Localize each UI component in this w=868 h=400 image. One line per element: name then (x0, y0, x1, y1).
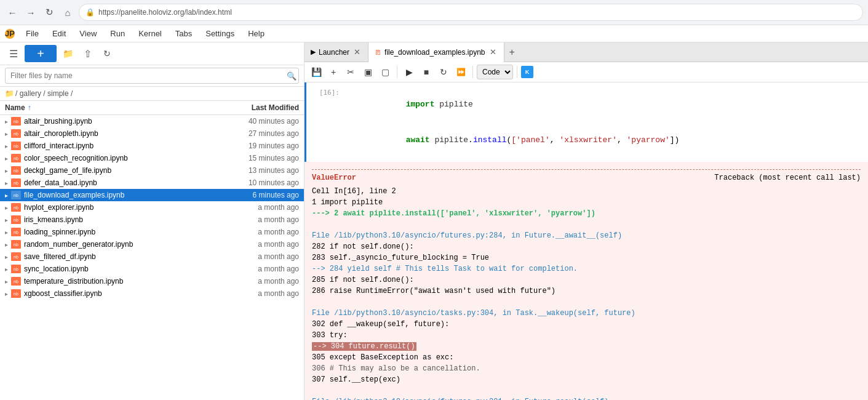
list-item[interactable]: ▸ nb hvplot_explorer.ipynb a month ago (0, 201, 304, 214)
home-button[interactable]: ⌂ (60, 5, 75, 20)
list-item[interactable]: ▸ nb save_filtered_df.ipynb a month ago (0, 250, 304, 263)
list-item[interactable]: ▸ nb defer_data_load.ipynb 10 minutes ag… (0, 177, 304, 189)
notebook-icon: nb (11, 277, 21, 286)
list-item[interactable]: ▸ nb color_speech_recognition.ipynb 15 m… (0, 152, 304, 164)
code-line-1: import piplite (348, 86, 863, 122)
notebook-icon: nb (11, 240, 21, 249)
menu-help[interactable]: Help (245, 28, 267, 39)
upload-button[interactable]: ⇧ (79, 45, 96, 62)
cut-button[interactable]: ✂ (343, 64, 359, 80)
menu-edit[interactable]: Edit (50, 28, 68, 39)
f1-286: 286 raise RuntimeError("await wasn't use… (312, 286, 861, 297)
search-icon[interactable]: 🔍 (287, 71, 297, 81)
sidebar-panel-toggle[interactable]: ☰ (5, 45, 22, 62)
name-column-header[interactable]: Name ↑ (5, 103, 219, 112)
list-item[interactable]: ▸ nb altair_brushing.ipynb 40 minutes ag… (0, 115, 304, 127)
notebook-tab-icon: 🖹 (375, 49, 381, 56)
expand-arrow-icon: ▸ (5, 118, 11, 125)
list-item-selected[interactable]: ▸ nb file_download_examples.ipynb 6 minu… (0, 189, 304, 201)
cell-execution-count: [16]: (306, 82, 343, 162)
expand-arrow-icon: ▸ (5, 204, 11, 211)
list-item[interactable]: ▸ nb iris_kmeans.ipynb a month ago (0, 214, 304, 226)
cell-code-area[interactable]: import piplite await piplite.install(['p… (343, 82, 868, 162)
add-tab-button[interactable]: + (504, 47, 520, 58)
error-type: ValueError (312, 172, 356, 183)
stop-button[interactable]: ■ (418, 64, 434, 80)
expand-arrow-icon: ▸ (5, 167, 11, 174)
menu-tabs[interactable]: Tabs (173, 28, 194, 39)
add-cell-button[interactable]: + (325, 64, 341, 80)
f1-285: 285 if not self.done(): (312, 274, 861, 286)
back-button[interactable]: ← (5, 5, 20, 20)
toolbar-separator-3 (517, 66, 517, 78)
f2-302: 302 def __wakeup(self, future): (312, 319, 861, 330)
kernel-icon: K (521, 66, 533, 78)
tab-file-download[interactable]: 🖹 file_download_examples.ipynb ✕ (368, 42, 504, 62)
refresh-button[interactable]: ↻ (98, 45, 116, 62)
menu-kernel[interactable]: Kernel (136, 28, 164, 39)
file1-path: File /lib/python3.10/asyncio/futures.py:… (312, 230, 861, 241)
menu-view[interactable]: View (77, 28, 99, 39)
paste-button[interactable]: ▢ (377, 64, 393, 80)
expand-arrow-icon: ▸ (5, 254, 11, 260)
notebook-icon: nb (11, 252, 21, 261)
code-cell: [16]: import piplite await piplite.insta… (305, 82, 868, 162)
search-wrapper: 🔍 (5, 68, 299, 84)
menu-settings[interactable]: Settings (203, 28, 237, 39)
expand-arrow-icon: ▸ (5, 290, 11, 297)
menu-run[interactable]: Run (108, 28, 127, 39)
notebook-icon: nb (11, 228, 21, 236)
file-download-tab-label: file_download_examples.ipynb (384, 48, 485, 57)
f2-304: --> 304 future.result() (312, 341, 861, 352)
file2-path: File /lib/python3.10/asyncio/tasks.py:30… (312, 308, 861, 319)
expand-arrow-icon: ▸ (5, 241, 11, 248)
refresh-button[interactable]: ↻ (42, 5, 57, 20)
tab-launcher[interactable]: ▶ Launcher ✕ (305, 42, 368, 62)
error-separator-top (312, 169, 861, 170)
list-item[interactable]: ▸ nb clifford_interact.ipynb 19 minutes … (0, 140, 304, 152)
notebook-icon: nb (11, 265, 21, 273)
expand-arrow-icon: ▸ (5, 278, 11, 285)
fast-forward-button[interactable]: ⏩ (453, 64, 469, 80)
cell-info: Cell In[16], line 2 (312, 186, 861, 197)
list-item[interactable]: ▸ nb temperature_distribution.ipynb a mo… (0, 275, 304, 287)
f2-303: 303 try: (312, 330, 861, 341)
cell-type-select[interactable]: Code (477, 65, 513, 79)
forward-button[interactable]: → (23, 5, 38, 20)
list-item[interactable]: ▸ nb xgboost_classifier.ipynb a month ag… (0, 287, 304, 300)
sidebar-toolbar: ☰ + 📁 ⇧ ↻ (0, 42, 304, 65)
restart-button[interactable]: ↻ (436, 64, 452, 80)
close-file-download-tab[interactable]: ✕ (488, 48, 498, 56)
list-item[interactable]: ▸ nb random_number_generator.ipynb a mon… (0, 238, 304, 250)
run-button[interactable]: ▶ (401, 64, 417, 80)
list-item[interactable]: ▸ nb deckgl_game_of_life.ipynb 13 minute… (0, 164, 304, 177)
list-item[interactable]: ▸ nb altair_choropleth.ipynb 27 minutes … (0, 127, 304, 140)
address-bar[interactable]: 🔒 https://panelite.holoviz.org/lab/index… (79, 4, 863, 21)
notebook-icon: nb (11, 129, 21, 138)
f2-307: 307 self.__step(exc) (312, 374, 861, 385)
file-list: ▸ nb altair_brushing.ipynb 40 minutes ag… (0, 115, 304, 400)
list-item[interactable]: ▸ nb sync_location.ipynb a month ago (0, 263, 304, 275)
launcher-icon: ▶ (311, 48, 316, 56)
close-launcher-tab[interactable]: ✕ (352, 48, 362, 56)
url-text: https://panelite.holoviz.org/lab/index.h… (98, 8, 856, 17)
f1-282: 282 if not self.done(): (312, 241, 861, 252)
date-column-header[interactable]: Last Modified (219, 103, 299, 112)
error-header-line: ValueError Traceback (most recent call l… (312, 172, 861, 183)
new-file-button[interactable]: + (25, 45, 57, 62)
notebook-icon: nb (11, 142, 21, 150)
breadcrumb-path[interactable]: / gallery / simple / (15, 89, 73, 98)
new-folder-button[interactable]: 📁 (59, 45, 76, 62)
error-line2: ---> 2 await piplite.install(['panel', '… (312, 208, 861, 219)
traceback-label: Traceback (most recent call last) (714, 172, 861, 183)
save-button[interactable]: 💾 (308, 64, 324, 80)
menu-file[interactable]: File (23, 28, 41, 39)
expand-arrow-icon: ▸ (5, 130, 11, 137)
copy-button[interactable]: ▣ (360, 64, 376, 80)
list-item[interactable]: ▸ nb loading_spinner.ipynb a month ago (0, 226, 304, 238)
search-area: 🔍 (0, 65, 304, 87)
browser-toolbar: ← → ↻ ⌂ 🔒 https://panelite.holoviz.org/l… (0, 0, 868, 25)
expand-arrow-icon: ▸ (5, 192, 11, 199)
search-input[interactable] (5, 68, 299, 84)
f2-306: 306 # This may also be a cancellation. (312, 363, 861, 374)
